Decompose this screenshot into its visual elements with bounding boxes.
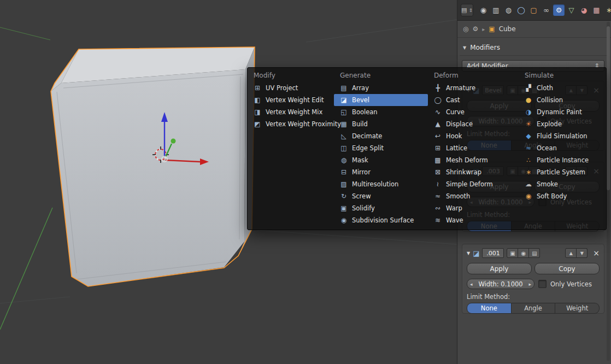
- menu-item-solidify[interactable]: ▣Solidify: [334, 202, 428, 214]
- collapse-arrow-icon[interactable]: ▼: [467, 251, 470, 256]
- menu-item-edge-split[interactable]: ◫Edge Split: [334, 142, 428, 154]
- menu-item-label: Edge Split: [352, 144, 384, 152]
- menu-item-decimate[interactable]: ◺Decimate: [334, 130, 428, 142]
- tab-render-layers[interactable]: ▥: [490, 4, 502, 16]
- menu-item-ocean[interactable]: ≈Ocean: [519, 142, 604, 154]
- menu-item-cast[interactable]: ◯Cast: [428, 94, 519, 106]
- width-slider[interactable]: ◂ Width: 0.1000 ▸: [467, 279, 534, 289]
- menu-item-particle-instance[interactable]: ∴Particle Instance: [519, 154, 604, 166]
- editor-type-button[interactable]: ▤ ⇕: [461, 4, 473, 16]
- menu-item-vertex-weight-mix[interactable]: ◨Vertex Weight Mix: [248, 106, 334, 118]
- editmode-visibility-toggle[interactable]: ▤: [529, 248, 540, 258]
- modifiers-panel-header[interactable]: ▼ Modifiers: [457, 38, 611, 55]
- menu-item-label: Soft Body: [537, 192, 567, 200]
- menu-item-simple-deform[interactable]: ≀Simple Deform: [428, 178, 519, 190]
- breadcrumb-object-name[interactable]: Cube: [499, 25, 516, 33]
- menu-item-explode[interactable]: ☀Explode: [519, 118, 604, 130]
- menu-item-mesh-deform[interactable]: ▩Mesh Deform: [428, 154, 519, 166]
- menu-item-lattice[interactable]: ⊞Lattice: [428, 142, 519, 154]
- tab-particles[interactable]: ∗: [603, 4, 611, 16]
- divider: [460, 55, 609, 56]
- slider-right-icon[interactable]: ▸: [528, 281, 531, 287]
- delete-modifier-button[interactable]: ×: [593, 249, 600, 257]
- only-vertices-checkbox[interactable]: [538, 280, 547, 288]
- pin-icon[interactable]: ◎: [463, 25, 468, 33]
- menu-item-displace[interactable]: ▲Displace: [428, 118, 519, 130]
- tab-scene[interactable]: ◍: [503, 4, 514, 16]
- slider-left-icon[interactable]: ◂: [470, 281, 473, 287]
- menu-item-label: Curve: [446, 108, 465, 116]
- menu-item-label: Subdivision Surface: [352, 216, 414, 224]
- translate-y-dot-icon[interactable]: [171, 139, 176, 144]
- menu-item-subdivision-surface[interactable]: ◉Subdivision Surface: [334, 214, 428, 226]
- menu-item-label: Smooth: [446, 192, 470, 200]
- tab-texture[interactable]: ▦: [591, 4, 602, 16]
- menu-item-multiresolution[interactable]: ▨Multiresolution: [334, 178, 428, 190]
- menu-column-simulate: Simulate▞Cloth●Collision◑Dynamic Paint☀E…: [519, 69, 604, 226]
- menu-column-modify: Modify⊞UV Project◧Vertex Weight Edit◨Ver…: [248, 69, 334, 226]
- tab-render[interactable]: ◉: [478, 4, 489, 16]
- menu-item-label: Decimate: [352, 132, 382, 140]
- menu-item-label: Vertex Weight Mix: [266, 108, 322, 116]
- cube-object[interactable]: [51, 47, 255, 286]
- menu-item-label: Mirror: [352, 168, 371, 176]
- width-value: Width: 0.1000: [478, 280, 522, 288]
- menu-item-fluid-simulation[interactable]: ◆Fluid Simulation: [519, 130, 604, 142]
- scrollbar[interactable]: [607, 22, 610, 361]
- menu-item-screw[interactable]: ↻Screw: [334, 190, 428, 202]
- menu-item-label: Wave: [446, 216, 463, 224]
- menu-item-mirror[interactable]: ⊟Mirror: [334, 166, 428, 178]
- render-visibility-toggle[interactable]: ▣: [507, 248, 518, 258]
- menu-item-smooth[interactable]: ≈Smooth: [428, 190, 519, 202]
- menu-item-mask[interactable]: ◍Mask: [334, 154, 428, 166]
- menu-item-label: Dynamic Paint: [537, 108, 582, 116]
- menu-item-dynamic-paint[interactable]: ◑Dynamic Paint: [519, 106, 604, 118]
- bevel-icon: ◪: [339, 96, 348, 104]
- menu-item-label: Mesh Deform: [446, 156, 488, 164]
- menu-item-smoke[interactable]: ☁Smoke: [519, 178, 604, 190]
- tab-modifiers[interactable]: ⚙: [553, 4, 565, 16]
- apply-button[interactable]: Apply: [467, 263, 532, 274]
- vertex-weight-edit-icon: ◧: [253, 96, 262, 104]
- dynamic-paint-icon: ◑: [524, 108, 533, 116]
- menu-item-collision[interactable]: ●Collision: [519, 94, 604, 106]
- move-down-button[interactable]: ▼: [577, 248, 588, 258]
- menu-item-wave[interactable]: ≋Wave: [428, 214, 519, 226]
- menu-item-vertex-weight-edit[interactable]: ◧Vertex Weight Edit: [248, 94, 334, 106]
- menu-item-build[interactable]: ▦Build: [334, 118, 428, 130]
- array-icon: ▤: [339, 84, 348, 92]
- menu-item-uv-project[interactable]: ⊞UV Project: [248, 82, 334, 94]
- menu-item-hook[interactable]: ↩Hook: [428, 130, 519, 142]
- menu-item-boolean[interactable]: ◱Boolean: [334, 106, 428, 118]
- viewport-visibility-toggle[interactable]: ◉: [518, 248, 529, 258]
- menu-item-label: Ocean: [537, 144, 557, 152]
- tab-constraints[interactable]: ∞: [540, 4, 552, 16]
- limit-angle-button[interactable]: Angle: [512, 303, 556, 314]
- menu-item-array[interactable]: ▤Array: [334, 82, 428, 94]
- menu-item-warp[interactable]: ∾Warp: [428, 202, 519, 214]
- menu-item-bevel[interactable]: ◪Bevel: [334, 94, 428, 106]
- tab-object[interactable]: ▢: [528, 4, 539, 16]
- screw-icon: ↻: [339, 192, 348, 200]
- object-context-icon[interactable]: ⚙: [472, 25, 478, 33]
- tab-object-data[interactable]: ▽: [566, 4, 577, 16]
- menu-item-vertex-weight-proximity[interactable]: ◩Vertex Weight Proximity: [248, 118, 334, 130]
- tab-material[interactable]: ◕: [578, 4, 590, 16]
- menu-item-particle-system[interactable]: ∗Particle System: [519, 166, 604, 178]
- tab-world[interactable]: ◯: [515, 4, 527, 16]
- menu-item-cloth[interactable]: ▞Cloth: [519, 82, 604, 94]
- menu-item-label: Simple Deform: [446, 180, 493, 188]
- menu-item-shrinkwrap[interactable]: ⊠Shrinkwrap: [428, 166, 519, 178]
- menu-item-armature[interactable]: ╋Armature: [428, 82, 519, 94]
- decimate-icon: ◺: [339, 132, 348, 140]
- menu-item-label: Shrinkwrap: [446, 168, 481, 176]
- move-up-button[interactable]: ▲: [565, 248, 577, 258]
- limit-weight-button[interactable]: Weight: [555, 303, 600, 314]
- copy-button[interactable]: Copy: [534, 263, 600, 274]
- menu-item-soft-body[interactable]: ◉Soft Body: [519, 190, 604, 202]
- scrollbar-thumb[interactable]: [607, 26, 610, 190]
- modifier-name-field[interactable]: .001: [482, 248, 504, 258]
- menu-item-curve[interactable]: ∿Curve: [428, 106, 519, 118]
- limit-none-button[interactable]: None: [467, 303, 512, 314]
- breadcrumb: ◎ ⚙ ▸ ▣ Cube: [457, 21, 611, 38]
